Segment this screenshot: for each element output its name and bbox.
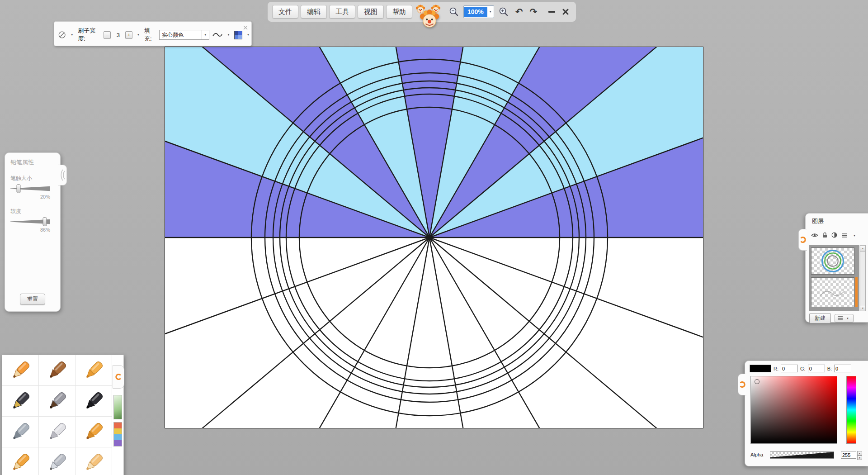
layer-selection-bar [855,247,858,275]
brush-preset-thumb-2[interactable] [113,422,122,446]
scroll-down-button[interactable]: ▼ [860,305,865,311]
mascot-cluster [415,5,444,19]
alpha-slider[interactable] [770,451,834,459]
reset-button[interactable]: 重置 [20,294,45,305]
alpha-label: Alpha [750,452,763,457]
palette-collapse-handle[interactable] [113,365,124,389]
tool-pencil[interactable] [2,355,39,386]
saturation-value-picker[interactable] [750,376,837,444]
layers-title: 图层 [806,214,868,225]
alpha-input[interactable] [841,451,856,459]
tool-roller[interactable] [75,417,112,447]
drawing-canvas[interactable] [165,47,703,428]
zoom-in-button[interactable] [496,5,511,18]
layers-collapse-handle[interactable] [798,229,807,251]
scroll-up-button[interactable]: ▲ [860,246,865,252]
green-input[interactable] [808,365,825,372]
layers-options-button[interactable]: ▼ [835,314,854,323]
current-color-swatch[interactable] [750,365,771,372]
list-icon [837,316,843,321]
chevron-down-icon[interactable]: ▼ [135,33,142,36]
tool-crayon[interactable] [39,355,75,386]
close-button[interactable] [560,5,571,18]
zoom-out-button[interactable] [447,5,461,18]
tool-airbrush[interactable] [2,417,39,447]
tool-ink-brush[interactable] [75,386,112,417]
fill-label: 填充: [144,27,156,43]
hue-slider[interactable] [846,376,856,444]
red-input[interactable] [781,365,798,372]
chevron-down-icon[interactable]: ▼ [69,33,75,36]
alpha-spinner[interactable]: ▲ ▼ [857,451,862,459]
tool-marker[interactable] [2,447,39,475]
layer-row[interactable] [811,247,858,275]
stroke-size-slider-thumb[interactable] [16,184,20,193]
close-icon [562,8,569,15]
color-collapse-handle[interactable] [738,374,746,395]
menu-help-button[interactable]: 帮助 [386,5,412,19]
main-toolbar: 文件 编辑 工具 视图 帮助 100% ▼ ↶ ↷ [268,2,576,22]
tool-fountain-pen[interactable] [2,386,39,417]
sv-cursor[interactable] [755,379,760,384]
tool-wax-crayon[interactable] [75,355,112,386]
tools-grid [2,355,112,475]
brush-width-value: 3 [113,32,123,38]
undo-button[interactable]: ↶ [513,5,525,18]
palette-side-strip [112,355,123,475]
layer-thumbnail-1[interactable] [811,247,854,275]
softness-slider-thumb[interactable] [42,217,47,226]
chevron-down-icon: ▼ [844,317,851,320]
fill-type-value: 实心颜色 [160,31,201,39]
chevron-down-icon[interactable]: ▼ [225,33,231,36]
lock-icon[interactable] [822,232,827,240]
zoom-level-select[interactable]: 100% ▼ [463,5,494,18]
chevron-down-icon[interactable]: ▼ [851,234,858,237]
panel-collapse-handle[interactable] [58,165,67,185]
chevron-down-icon[interactable]: ▼ [245,33,251,36]
brush-preset-thumb-1[interactable] [113,395,122,419]
new-layer-button[interactable]: 新建 [809,313,831,323]
pencil-properties-panel: 铅笔属性 笔触大小 20% 软度 86% 重置 [5,152,61,312]
stroke-size-slider[interactable] [10,184,50,193]
tool-eraser[interactable] [75,447,112,475]
spin-up-icon[interactable]: ▲ [857,451,862,456]
softness-label: 软度 [10,208,60,215]
brush-width-decrease-button[interactable]: − [104,31,111,39]
layer-thumbnail-2[interactable] [811,277,854,307]
tool-knife[interactable] [39,447,75,475]
menu-tools-button[interactable]: 工具 [329,5,355,19]
green-label: G: [800,366,806,371]
blue-input[interactable] [834,365,851,372]
menu-view-button[interactable]: 视图 [358,5,384,19]
brush-width-increase-button[interactable]: + [125,31,132,39]
tool-paint-brush[interactable] [39,386,75,417]
orange-grip-icon [799,236,807,243]
stroke-size-label: 笔触大小 [10,175,60,182]
brush-shape-icon[interactable] [58,30,66,39]
red-label: R: [774,366,778,371]
menu-file-button[interactable]: 文件 [272,5,298,19]
wheel-drawing [165,47,703,428]
tool-paint-tube[interactable] [39,417,75,447]
redo-button[interactable]: ↷ [528,5,540,18]
panel-title: 铅笔属性 [5,153,60,166]
brush-width-label: 刷子宽度: [78,27,101,43]
contrast-icon[interactable] [831,232,837,240]
magnifier-plus-icon [499,7,509,17]
zoom-level-value: 100% [464,7,487,17]
stroke-color-swatch[interactable] [234,31,242,39]
menu-edit-button[interactable]: 编辑 [301,5,327,19]
eye-icon[interactable] [811,232,818,240]
layers-scrollbar[interactable]: ▲ ▼ [860,245,866,311]
spin-down-icon[interactable]: ▼ [857,456,862,460]
mascot-clown-icon[interactable] [419,9,440,32]
magnifier-minus-icon [449,7,459,17]
stroke-style-icon[interactable] [212,31,223,38]
minimize-button[interactable] [546,5,557,18]
alpha-ramp [770,452,834,458]
layer-row[interactable] [811,277,858,307]
color-picker-panel: R: G: B: Alpha ▲ ▼ [745,361,868,466]
fill-type-select[interactable]: 实心颜色 ▼ [159,30,209,40]
layer-menu-icon[interactable] [841,232,847,240]
softness-slider[interactable] [10,217,50,226]
